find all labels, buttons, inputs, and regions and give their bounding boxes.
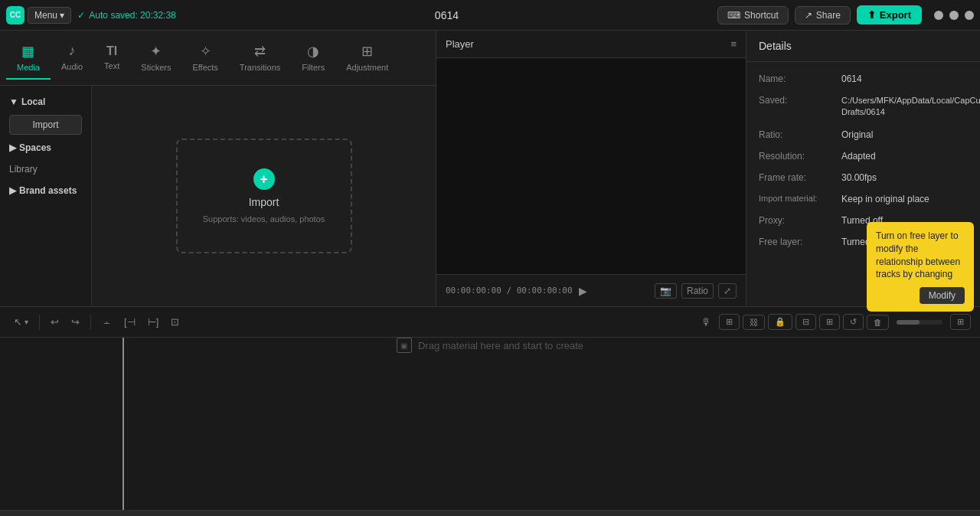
undo-button[interactable]: ↩ xyxy=(46,313,64,331)
sidebar-item-brand-assets[interactable]: ▶ Brand assets xyxy=(0,181,91,201)
trim-right-icon: ⊢] xyxy=(148,316,159,328)
redo-icon: ↪ xyxy=(71,316,80,328)
camera-icon-btn[interactable]: 📷 xyxy=(655,283,677,299)
history-icon: ↺ xyxy=(850,317,857,327)
share-button[interactable]: ↗ Share xyxy=(795,6,851,24)
player-title: Player xyxy=(446,38,474,50)
modify-btn-row: Modify xyxy=(876,287,965,304)
detail-row-saved: Saved: C:/Users/MFK/AppData/Local/CapCut… xyxy=(746,90,980,124)
drag-hint: ▣ Drag material here and start to create xyxy=(397,338,583,353)
timeline-lock-button[interactable]: 🔒 xyxy=(768,314,792,330)
player-time: 00:00:00:00 / 00:00:00:00 xyxy=(446,286,573,296)
media-icon: ▦ xyxy=(21,43,34,60)
player-menu-icon[interactable]: ≡ xyxy=(730,38,737,50)
sidebar-item-spaces[interactable]: ▶ Spaces xyxy=(0,138,91,158)
timeline-zoom-button[interactable]: ⊞ xyxy=(950,314,971,330)
tab-text[interactable]: TI Text xyxy=(93,38,130,78)
app-logo: CC xyxy=(6,6,24,24)
trim-right-button[interactable]: ⊢] xyxy=(143,313,164,331)
split-button[interactable]: ⫠ xyxy=(97,313,116,331)
timeline-empty-state: ▣ Drag material here and start to create xyxy=(0,338,980,353)
tab-bar: ▦ Media ♪ Audio TI Text ✦ Stickers ✧ Eff… xyxy=(0,31,436,86)
timeline-area: ▣ Drag material here and start to create xyxy=(0,337,980,516)
ratio-button[interactable]: Ratio xyxy=(681,283,714,299)
tab-transitions[interactable]: ⇄ Transitions xyxy=(229,37,291,80)
toolbar-right: 🎙 ⊞ ⛓ 🔒 ⊟ ⊞ ↺ 🗑 ⊞ xyxy=(697,313,971,331)
export-icon: ⬆ xyxy=(867,9,876,21)
mic-button[interactable]: 🎙 xyxy=(697,313,716,331)
timeline-grid-button[interactable]: ⊞ xyxy=(819,314,840,330)
tab-stickers[interactable]: ✦ Stickers xyxy=(130,37,181,80)
crop-button[interactable]: ⊡ xyxy=(166,313,184,331)
window-controls: − □ × xyxy=(934,11,974,20)
timeline-delete-button[interactable]: 🗑 xyxy=(867,315,889,330)
filters-icon: ◑ xyxy=(307,43,319,60)
timeline-align-button[interactable]: ⊟ xyxy=(795,314,816,330)
lock-icon: 🔒 xyxy=(775,317,786,327)
detail-label-ratio: Ratio: xyxy=(759,129,835,140)
modify-button[interactable]: Modify xyxy=(920,287,965,304)
triangle-icon: ▼ xyxy=(9,96,18,107)
menu-button[interactable]: Menu ▾ xyxy=(28,7,71,24)
triangle-right-icon2: ▶ xyxy=(9,185,16,196)
cursor-icon: ↖ xyxy=(14,316,22,328)
drag-icon: ▣ xyxy=(397,338,412,353)
detail-row-framerate: Frame rate: 30.00fps xyxy=(746,167,980,188)
timeline-undo2-button[interactable]: ↺ xyxy=(843,314,864,330)
minimize-button[interactable]: − xyxy=(934,11,943,20)
maximize-button[interactable]: □ xyxy=(949,11,959,20)
tab-adjustment[interactable]: ⊞ Adjustment xyxy=(335,37,399,80)
tab-filters[interactable]: ◑ Filters xyxy=(291,37,335,80)
detail-row-resolution: Resolution: Adapted xyxy=(746,145,980,167)
auto-saved-indicator: ✓ Auto saved: 20:32:38 xyxy=(77,10,175,21)
audio-icon: ♪ xyxy=(69,43,76,59)
horizontal-scrollbar[interactable] xyxy=(0,510,980,516)
detail-value-resolution: Adapted xyxy=(841,151,968,162)
detail-label-proxy: Proxy: xyxy=(759,215,835,226)
link-icon: ⛓ xyxy=(750,318,758,327)
player-footer: 00:00:00:00 / 00:00:00:00 ▶ 📷 Ratio ⤢ xyxy=(436,274,746,306)
sidebar-item-local[interactable]: ▼ Local xyxy=(0,92,91,112)
detail-value-ratio: Original xyxy=(841,129,968,140)
share-icon: ↗ xyxy=(805,10,812,21)
detail-row-name: Name: 0614 xyxy=(746,68,980,90)
toolbar-separator-2 xyxy=(90,315,91,330)
import-button[interactable]: Import xyxy=(9,115,82,135)
timeline-snap-button[interactable]: ⊞ xyxy=(719,314,740,330)
trim-left-button[interactable]: [⊣ xyxy=(119,313,140,331)
play-button[interactable]: ▶ xyxy=(579,285,587,297)
player-icons: 📷 Ratio ⤢ xyxy=(655,283,737,299)
tab-media[interactable]: ▦ Media xyxy=(6,37,51,80)
undo-icon: ↩ xyxy=(51,316,59,328)
timeline-link-button[interactable]: ⛓ xyxy=(743,315,765,330)
detail-value-saved: C:/Users/MFK/AppData/Local/CapCut Drafts… xyxy=(841,95,980,119)
player-header: Player ≡ xyxy=(436,31,746,58)
free-layer-tooltip: Turn on free layer to modify the relatio… xyxy=(867,222,974,312)
import-drop-zone[interactable]: + Import Supports: videos, audios, photo… xyxy=(176,139,352,253)
redo-button[interactable]: ↪ xyxy=(67,313,84,331)
select-tool-button[interactable]: ↖ ▾ xyxy=(9,313,33,331)
detail-label-import-material: Import material: xyxy=(759,194,835,203)
left-content: ▼ Local Import ▶ Spaces Library ▶ Brand … xyxy=(0,86,436,306)
media-content-area: + Import Supports: videos, audios, photo… xyxy=(92,86,436,306)
tab-audio[interactable]: ♪ Audio xyxy=(51,37,93,79)
triangle-right-icon: ▶ xyxy=(9,142,16,153)
detail-label-free-layer: Free layer: xyxy=(759,237,835,247)
grid-icon: ⊞ xyxy=(826,317,833,327)
mic-icon: 🎙 xyxy=(701,316,711,328)
shortcut-button[interactable]: ⌨ Shortcut xyxy=(717,6,789,24)
select-dropdown-icon: ▾ xyxy=(24,318,28,326)
timeline-inner: ▣ Drag material here and start to create xyxy=(0,338,980,510)
detail-row-ratio: Ratio: Original xyxy=(746,124,980,145)
detail-value-name: 0614 xyxy=(841,73,968,84)
keyboard-icon: ⌨ xyxy=(727,10,740,21)
fullscreen-button[interactable]: ⤢ xyxy=(718,283,737,299)
tab-effects[interactable]: ✧ Effects xyxy=(181,37,228,80)
detail-value-framerate: 30.00fps xyxy=(841,172,968,183)
export-button[interactable]: ⬆ Export xyxy=(857,5,922,24)
toolbar-separator-1 xyxy=(39,315,40,330)
close-button[interactable]: × xyxy=(965,11,974,20)
sidebar-item-library[interactable]: Library xyxy=(0,158,91,181)
left-panel: ▦ Media ♪ Audio TI Text ✦ Stickers ✧ Eff… xyxy=(0,31,436,306)
effects-icon: ✧ xyxy=(200,43,211,60)
